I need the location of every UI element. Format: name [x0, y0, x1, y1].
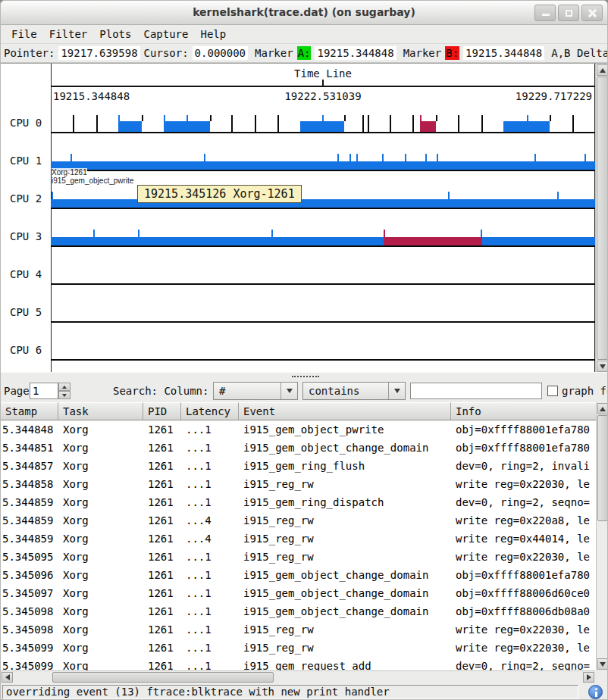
table-cell: ...4 [181, 511, 239, 530]
column-header-pid[interactable]: PID [143, 402, 181, 420]
table-cell: 1261 [143, 657, 181, 670]
table-cell: write reg=0x220a8, le [451, 511, 596, 530]
table-row[interactable]: 5.344858Xorg1261...1i915_reg_rwwrite reg… [1, 475, 596, 493]
table-cell: i915_gem_request_add [239, 657, 451, 670]
cpu-plot-row[interactable] [51, 186, 595, 209]
pane-splitter[interactable] [1, 372, 608, 380]
cpu-plot-row[interactable] [51, 338, 595, 361]
scrollbar-thumb[interactable] [597, 77, 608, 360]
column-header-info[interactable]: Info [451, 402, 596, 420]
column-select[interactable]: # [213, 382, 298, 400]
table-cell: obj=0xffff88001efa780 [451, 439, 596, 457]
scroll-up-button[interactable] [597, 64, 608, 76]
table-row[interactable]: 5.344859Xorg1261...1i915_gem_ring_dispat… [1, 493, 596, 511]
table-row[interactable]: 5.344859Xorg1261...4i915_reg_rwwrite reg… [1, 530, 596, 548]
event-tick [412, 115, 414, 132]
event-tick [481, 115, 483, 132]
page-increment-button[interactable] [58, 383, 71, 391]
table-cell: Xorg [58, 511, 143, 530]
cpu-plot-row[interactable] [51, 224, 595, 247]
table-cell: i915_reg_rw [239, 548, 451, 566]
event-table: StampTaskPIDLatencyEventInfo 5.344848Xor… [1, 402, 596, 670]
page-input[interactable] [30, 383, 58, 399]
event-tick [71, 154, 72, 161]
event-tick [93, 230, 95, 237]
search-input[interactable] [410, 383, 542, 399]
table-cell: ...1 [181, 657, 239, 670]
marker-a-badge[interactable]: A: [297, 46, 312, 60]
column-header-stamp[interactable]: Stamp [1, 402, 58, 420]
chevron-down-icon [287, 389, 293, 393]
table-cell: 1261 [143, 420, 181, 439]
close-button[interactable] [581, 5, 603, 21]
table-cell: 1261 [143, 475, 181, 493]
scroll-down-button[interactable] [597, 361, 608, 372]
cpu-label: CPU 4 [10, 268, 42, 280]
table-row[interactable]: 5.345098Xorg1261...1i915_reg_rwwrite reg… [1, 620, 596, 639]
table-cell: Xorg [58, 602, 143, 620]
time-axis [51, 86, 595, 87]
arrow-up-icon [600, 68, 606, 73]
scroll-right-button[interactable] [583, 672, 594, 683]
menu-bar: FileFilterPlotsCaptureHelp [1, 25, 607, 44]
task-bar-segment [300, 121, 344, 132]
menu-item-capture[interactable]: Capture [143, 28, 188, 40]
maximize-button[interactable] [558, 5, 579, 21]
search-column-label: Search: Column: [113, 380, 208, 402]
task-bar-segment [420, 121, 436, 132]
column-header-latency[interactable]: Latency [181, 402, 239, 420]
cpu-plot-row[interactable] [51, 262, 595, 285]
table-row[interactable]: 5.345097Xorg1261...1i915_gem_object_chan… [1, 584, 596, 602]
event-tick [437, 154, 438, 161]
cpu-plot-row[interactable] [51, 111, 595, 133]
scroll-down-button[interactable] [597, 658, 608, 670]
dropdown-button[interactable] [280, 383, 297, 399]
menu-item-filter[interactable]: Filter [49, 28, 88, 40]
table-row[interactable]: 5.344848Xorg1261...1i915_gem_object_pwri… [1, 420, 596, 439]
table-cell: i915_reg_rw [239, 511, 451, 530]
table-row[interactable]: 5.345099Xorg1261...1i915_reg_rwwrite reg… [1, 639, 596, 657]
scroll-up-button[interactable] [597, 403, 608, 414]
menu-item-help[interactable]: Help [200, 28, 226, 40]
task-bar-segment [164, 121, 211, 132]
task-bar-segment [51, 237, 595, 245]
scrollbar-thumb[interactable] [597, 415, 608, 521]
cpu-plot-row[interactable] [51, 300, 595, 323]
page-decrement-button[interactable] [58, 391, 71, 399]
table-row[interactable]: 5.345099Xorg1261...1i915_gem_request_add… [1, 657, 596, 670]
marker-b-badge[interactable]: B: [445, 46, 459, 60]
table-cell: ...1 [181, 602, 239, 620]
table-row[interactable]: 5.345096Xorg1261...1i915_gem_object_chan… [1, 566, 596, 584]
graph-follows-label[interactable]: graph follows [562, 380, 608, 402]
event-tick [344, 115, 346, 121]
page-spinner [30, 383, 71, 399]
column-selected-value: # [214, 385, 280, 397]
timeline-graph-panel[interactable]: Time Line 19215.344848 19222.531039 1922… [1, 63, 608, 372]
column-header-task[interactable]: Task [58, 402, 143, 420]
column-header-event[interactable]: Event [239, 402, 451, 420]
table-row[interactable]: 5.344859Xorg1261...4i915_reg_rwwrite reg… [1, 511, 596, 530]
scrollbar-thumb[interactable] [52, 672, 274, 683]
pointer-label: Pointer: [4, 47, 55, 59]
menu-item-file[interactable]: File [11, 28, 37, 40]
scroll-left-button[interactable] [2, 672, 13, 683]
menu-item-plots[interactable]: Plots [99, 28, 131, 40]
event-tick [210, 115, 212, 121]
cpu-plot-row[interactable] [51, 148, 595, 171]
cursor-value: 0.000000 [193, 46, 248, 60]
table-row[interactable]: 5.345098Xorg1261...1i915_gem_object_chan… [1, 602, 596, 620]
cpu-label: CPU 0 [10, 117, 42, 129]
event-tick [405, 154, 406, 161]
table-row[interactable]: 5.345095Xorg1261...1i915_reg_rwwrite reg… [1, 548, 596, 566]
table-cell: Xorg [58, 457, 143, 475]
arrow-right-icon [587, 674, 591, 680]
minimize-button[interactable] [534, 5, 556, 21]
dropdown-button[interactable] [388, 383, 405, 399]
cpu-label: CPU 6 [10, 344, 42, 356]
table-row[interactable]: 5.344857Xorg1261...1i915_gem_ring_flushd… [1, 457, 596, 475]
table-cell: obj=0xffff88001efa780 [451, 420, 596, 439]
graph-follows-checkbox[interactable] [547, 386, 558, 396]
match-type-select[interactable]: contains [302, 382, 406, 400]
table-row[interactable]: 5.344851Xorg1261...1i915_gem_object_chan… [1, 439, 596, 457]
table-cell: i915_gem_object_change_domain [239, 602, 451, 620]
